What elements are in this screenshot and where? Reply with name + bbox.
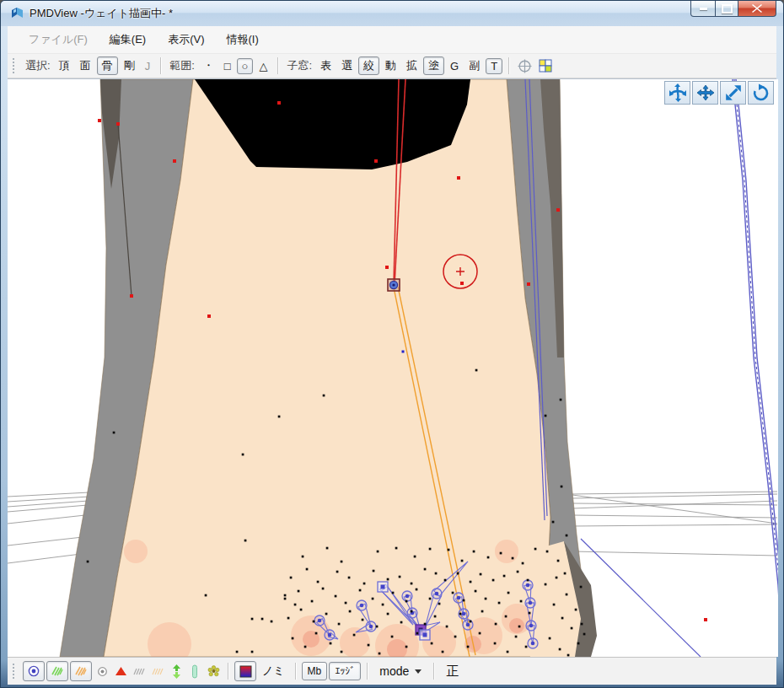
main-toolbar: 選択: 頂 面 骨 剛 J 範囲: ・ □ ○ △ 子窓: 表 選 絞 動 拡 … [8,54,776,78]
target-crosshair-icon[interactable] [518,59,532,73]
mb-button[interactable]: Mb [302,662,328,680]
select-bone-button[interactable]: 骨 [97,56,118,75]
pmdview-window: PMDView -ウェイト描画中- * ファイル(F) 編集(E) 表示(V) … [0,0,784,688]
select-joint-button[interactable]: J [141,58,155,74]
red-triangle-icon[interactable] [111,661,130,681]
front-view-label[interactable]: 正 [446,664,459,680]
maximize-button[interactable] [715,1,738,17]
select-label: 選択: [25,58,51,73]
menubar: ファイル(F) 編集(E) 表示(V) 情報(I) [8,26,776,54]
subwin-g-button[interactable]: G [446,58,463,74]
green-dual-arrow-icon[interactable] [167,661,185,681]
subwin-select-button[interactable]: 選 [337,56,357,75]
select-face-button[interactable]: 面 [76,56,95,75]
weight-gradient-button[interactable] [234,661,256,681]
view-controls [663,81,774,105]
chevron-down-icon [415,669,422,674]
green-hatch-icon [51,665,64,677]
weight-radio-toggle[interactable] [23,661,45,681]
close-icon [752,4,762,13]
toolbar-separator [160,57,161,74]
bottombar-separator [367,663,368,680]
range-rect-button[interactable]: □ [220,58,235,74]
menu-file[interactable]: ファイル(F) [18,29,99,51]
menu-edit[interactable]: 編集(E) [99,29,157,51]
toolbar-separator [277,57,278,74]
pan-icon [695,83,716,102]
toolbar-separator [508,57,509,74]
view-roll-button[interactable] [748,81,774,105]
edge-button[interactable]: ｴｯｼﾞ [329,662,361,680]
window-title: PMDView -ウェイト描画中- * [30,6,173,21]
green-hatch-toggle[interactable] [46,661,68,681]
subwin-dou-button[interactable]: 動 [381,56,400,75]
toolbar-grip[interactable] [13,58,17,73]
menu-info[interactable]: 情報(I) [216,29,270,51]
maximize-icon [722,4,733,13]
gray-hatch-icon[interactable] [130,661,148,681]
weight-radio-icon [27,664,40,678]
minimize-button[interactable] [690,1,716,17]
chisel-label[interactable]: ノミ [262,664,285,679]
pale-orange-hatch-icon[interactable] [148,661,167,681]
orange-hatch-icon [74,665,88,677]
bottom-toolbar: ノミ Mb ｴｯｼﾞ mode 正 [8,657,776,685]
subwindow-label: 子窓: [287,58,312,73]
range-point-button[interactable]: ・ [199,56,218,75]
weight-gradient-icon [239,665,252,678]
yellow-flower-icon[interactable] [204,661,223,681]
orbit-rotate-icon [668,83,688,102]
view-orbit-button[interactable] [664,81,690,105]
viewport-3d-scene[interactable] [8,79,778,657]
close-button[interactable] [738,1,776,17]
range-label: 範囲: [169,58,195,73]
mode-dropdown[interactable]: mode [379,664,422,678]
minimize-icon [700,8,707,10]
viewport [8,78,776,657]
range-triangle-button[interactable]: △ [255,58,271,74]
mint-capsule-icon[interactable] [185,661,204,681]
view-zoom-button[interactable] [720,81,746,105]
select-rigid-button[interactable]: 剛 [120,56,139,75]
bottombar-separator [228,663,228,680]
zoom-icon [724,83,743,102]
roll-rotate-icon [751,83,771,102]
menu-view[interactable]: 表示(V) [157,29,215,51]
mode-label: mode [379,664,409,678]
app-icon [9,6,24,21]
select-vertex-button[interactable]: 頂 [55,56,74,75]
subwin-hyoujou-button[interactable]: 表 [316,56,336,75]
range-circle-button[interactable]: ○ [237,58,254,74]
bottombar-separator [295,663,296,680]
titlebar[interactable]: PMDView -ウェイト描画中- * [1,1,783,26]
subwin-shibori-button[interactable]: 絞 [358,56,379,75]
subwin-t-button[interactable]: T [486,58,502,74]
orange-hatch-toggle[interactable] [70,661,92,681]
quad-view-icon[interactable] [539,59,552,73]
bottombar-separator [433,663,434,680]
view-pan-button[interactable] [692,81,718,105]
subwin-fuku-button[interactable]: 副 [464,56,484,75]
subwin-nuri-button[interactable]: 塗 [423,56,444,75]
gray-radio-icon[interactable] [93,661,111,681]
bottombar-grip[interactable] [13,664,17,679]
subwin-kaku-button[interactable]: 拡 [402,56,422,75]
